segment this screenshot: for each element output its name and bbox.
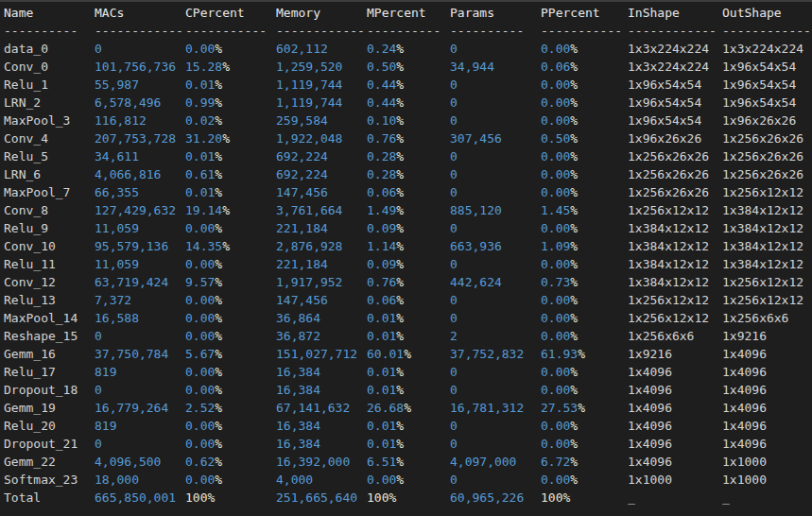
- cell-memory: 151,027,712: [276, 345, 367, 363]
- cell-mpercent: 0.76%: [367, 273, 450, 291]
- cell-cpercent: 0.01%: [185, 76, 276, 94]
- table-row: MaxPool_766,3550.01%147,4560.06%00.00%1x…: [4, 183, 812, 201]
- cell-macs: 11,059: [95, 219, 185, 237]
- percent-sign: %: [215, 42, 222, 56]
- cell-name: Gemm_22: [4, 453, 95, 471]
- cell-ppercent: 0.00%: [541, 147, 628, 165]
- percent-value: 0.06: [541, 60, 570, 74]
- cell-name: MaxPool_7: [4, 183, 95, 201]
- percent-sign: %: [215, 473, 222, 487]
- percent-sign: %: [215, 185, 222, 199]
- cell-macs: 4,066,816: [95, 165, 185, 183]
- percent-value: 0.00: [185, 293, 215, 307]
- table-row: Conv_1263,719,4249.57%1,917,9520.76%442,…: [4, 273, 812, 291]
- percent-value: 0.50: [367, 60, 396, 74]
- cell-name: Relu_9: [4, 219, 95, 237]
- cell-mpercent: 1.14%: [367, 237, 450, 255]
- cell-cpercent: 0.00%: [185, 435, 276, 453]
- cell-ppercent: 100%: [541, 489, 628, 507]
- cell-cpercent: 19.14%: [185, 201, 276, 219]
- cell-ppercent: 0.00%: [541, 219, 628, 237]
- cell-macs: 127,429,632: [95, 201, 185, 219]
- cell-memory: 16,384: [276, 381, 367, 399]
- cell-params: 34,944: [450, 58, 541, 76]
- percent-sign: %: [215, 257, 222, 271]
- cell-params: 885,120: [450, 201, 541, 219]
- percent-value: 1.49: [367, 203, 396, 217]
- cell-inshape: 1x4096: [628, 399, 722, 417]
- separator-row: ----------------------------------------…: [4, 22, 812, 40]
- cell-mpercent: 0.06%: [367, 183, 450, 201]
- cell-params: 0: [450, 94, 541, 112]
- cell-ppercent: 0.00%: [541, 309, 628, 327]
- percent-sign: %: [396, 329, 404, 343]
- cell-cpercent: 0.00%: [185, 417, 276, 435]
- percent-sign: %: [222, 131, 230, 146]
- cell-ppercent: 0.00%: [541, 165, 628, 183]
- cell-mpercent: 0.01%: [367, 309, 450, 327]
- cell-macs: 7,372: [95, 291, 185, 309]
- cell-name: Relu_11: [4, 255, 95, 273]
- percent-value: 0.01: [367, 311, 396, 325]
- percent-value: 0.50: [541, 131, 570, 146]
- percent-value: 0.00: [541, 419, 570, 433]
- cell-memory: 1,922,048: [276, 129, 367, 147]
- table-row: Relu_155,9870.01%1,119,7440.44%00.00%1x9…: [4, 76, 812, 94]
- cell-params: 663,936: [450, 237, 541, 255]
- cell-macs: 37,750,784: [95, 345, 185, 363]
- percent-value: 0.01: [367, 383, 396, 397]
- cell-params: 0: [450, 40, 541, 58]
- cell-macs: 819: [95, 363, 185, 381]
- cell-name: Gemm_19: [4, 399, 95, 417]
- percent-sign: %: [570, 95, 578, 110]
- cell-mpercent: 0.09%: [367, 219, 450, 237]
- cell-params: 4,097,000: [450, 453, 541, 471]
- cell-memory: 147,456: [276, 291, 367, 309]
- percent-sign: %: [396, 383, 404, 397]
- percent-value: 0.00: [185, 383, 215, 397]
- cell-macs: 665,850,001: [95, 489, 185, 507]
- cell-outshape: 1x384x12x12: [722, 219, 812, 237]
- percent-value: 0.01: [367, 437, 396, 451]
- percent-value: 0.76: [367, 131, 396, 146]
- cell-inshape: 1x384x12x12: [628, 219, 722, 237]
- cell-ppercent: 0.00%: [541, 417, 628, 435]
- cell-params: 0: [450, 165, 541, 183]
- percent-value: 15.28: [185, 60, 222, 74]
- cell-inshape: 1x96x26x26: [628, 129, 722, 147]
- cell-outshape: 1x256x12x12: [722, 183, 812, 201]
- cell-cpercent: 0.00%: [185, 309, 276, 327]
- cell-params: 0: [450, 291, 541, 309]
- percent-sign: %: [222, 239, 230, 253]
- cell-macs: 55,987: [95, 76, 185, 94]
- cell-cpercent: 0.99%: [185, 94, 276, 112]
- table-row: Gemm_1637,750,7845.67%151,027,71260.01%3…: [4, 345, 812, 363]
- terminal-output[interactable]: NameMACsCPercentMemoryMPercentParamsPPer…: [0, 2, 812, 507]
- percent-sign: %: [570, 77, 578, 92]
- percent-value: 0.00: [185, 419, 215, 433]
- cell-macs: 101,756,736: [95, 58, 185, 76]
- cell-params: 16,781,312: [450, 399, 541, 417]
- cell-macs-separator: ------------: [95, 22, 185, 40]
- cell-memory-header: Memory: [276, 4, 367, 22]
- cell-cpercent: 31.20%: [185, 129, 276, 147]
- percent-value: 1.14: [367, 239, 396, 253]
- cell-cpercent: 0.00%: [185, 219, 276, 237]
- table-row: MaxPool_1416,5880.00%36,8640.01%00.00%1x…: [4, 309, 812, 327]
- cell-cpercent: 0.00%: [185, 255, 276, 273]
- cell-macs: 0: [95, 435, 185, 453]
- cell-outshape: 1x4096: [722, 435, 812, 453]
- cell-params: 0: [450, 381, 541, 399]
- cell-ppercent: 1.45%: [541, 201, 628, 219]
- cell-inshape-separator: ------------: [628, 22, 722, 40]
- cell-cpercent-header: CPercent: [185, 4, 276, 22]
- cell-cpercent: 0.01%: [185, 183, 276, 201]
- percent-sign: %: [396, 473, 404, 487]
- cell-name: Relu_17: [4, 363, 95, 381]
- table-row: Softmax_2318,0000.00%4,0000.00%00.00%1x1…: [4, 471, 812, 489]
- percent-value: 0.01: [367, 419, 396, 433]
- percent-sign: %: [396, 293, 404, 307]
- percent-sign: %: [207, 490, 215, 505]
- cell-mpercent: 0.44%: [367, 76, 450, 94]
- cell-ppercent: 6.72%: [541, 453, 628, 471]
